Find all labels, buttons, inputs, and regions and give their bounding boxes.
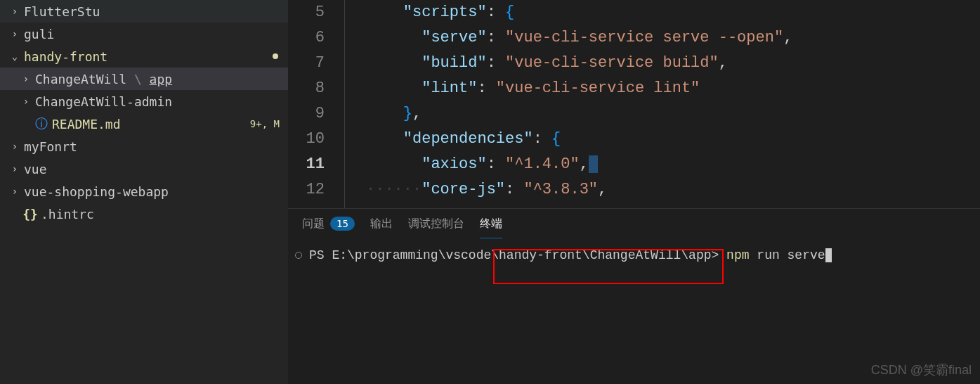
- panel-tab-终端[interactable]: 终端: [480, 209, 502, 238]
- line-number: 5: [288, 0, 325, 25]
- tree-label: ChangeAtWill-admin: [35, 94, 288, 109]
- line-gutter: 56789101112: [288, 0, 344, 208]
- tree-item-changeatwill-admin[interactable]: ›ChangeAtWill-admin: [0, 90, 288, 113]
- tree-item-flutterstu[interactable]: ›FlutterStu: [0, 0, 288, 23]
- terminal-prompt: PS E:\programming\vscode\handy-front\Cha…: [309, 248, 719, 262]
- tab-label: 终端: [480, 217, 502, 231]
- panel-tab-调试控制台[interactable]: 调试控制台: [408, 209, 464, 238]
- tab-label: 输出: [370, 217, 393, 231]
- tab-label: 调试控制台: [408, 217, 464, 231]
- tree-label: ChangeAtWill \ app: [35, 72, 288, 87]
- tree-item-myfonrt[interactable]: ›myFonrt: [0, 135, 288, 158]
- panel-tab-输出[interactable]: 输出: [370, 209, 393, 238]
- tree-item--hintrc[interactable]: {}.hintrc: [0, 203, 288, 225]
- code-line[interactable]: "lint": "vue-cli-service lint": [366, 76, 980, 101]
- terminal-args: run serve: [757, 248, 825, 262]
- dirty-dot-icon: [273, 53, 278, 59]
- chevron-right-icon[interactable]: ›: [8, 163, 21, 174]
- main-area: 56789101112 "scripts": { "serve": "vue-c…: [288, 0, 980, 384]
- line-number: 8: [288, 76, 325, 101]
- info-icon: ⓘ: [35, 117, 48, 130]
- terminal-line[interactable]: PS E:\programming\vscode\handy-front\Cha…: [295, 248, 973, 262]
- chevron-right-icon[interactable]: ›: [8, 6, 21, 17]
- chevron-right-icon[interactable]: ›: [20, 96, 32, 107]
- code-line[interactable]: "axios": "^1.4.0",: [366, 152, 980, 177]
- code-line[interactable]: "scripts": {: [366, 0, 980, 25]
- line-number: 12: [288, 177, 325, 203]
- tree-label: vue-shopping-webapp: [24, 184, 288, 199]
- line-number: 11: [288, 152, 325, 177]
- tab-label: 问题: [302, 217, 325, 231]
- code-line[interactable]: ······"core-js": "^3.8.3",: [366, 177, 980, 203]
- braces-icon: {}: [24, 207, 37, 220]
- circle-icon: [295, 252, 302, 259]
- chevron-right-icon[interactable]: ›: [20, 73, 32, 84]
- panel-tab-问题[interactable]: 问题15: [302, 209, 355, 238]
- bottom-panel: 问题15输出调试控制台终端 PS E:\programming\vscode\h…: [288, 208, 980, 384]
- code-content[interactable]: "scripts": { "serve": "vue-cli-service s…: [344, 0, 980, 208]
- code-line[interactable]: },: [366, 101, 980, 127]
- terminal-command: npm: [726, 248, 749, 262]
- tree-label: vue: [24, 162, 288, 177]
- code-line[interactable]: "dependencies": {: [366, 127, 980, 152]
- watermark: CSDN @笑霸final: [871, 361, 972, 378]
- line-number: 9: [288, 101, 325, 127]
- line-number: 10: [288, 127, 325, 152]
- tree-label: FlutterStu: [24, 4, 288, 19]
- line-number: 7: [288, 51, 325, 76]
- chevron-right-icon[interactable]: ›: [8, 28, 21, 39]
- tree-label: guli: [24, 27, 288, 41]
- file-explorer-sidebar[interactable]: ›FlutterStu›guli⌄handy-front›ChangeAtWil…: [0, 0, 288, 384]
- chevron-down-icon[interactable]: ⌄: [8, 51, 21, 62]
- tree-label: myFonrt: [24, 139, 288, 154]
- modified-badge: 9+, M: [250, 118, 280, 129]
- tree-item-guli[interactable]: ›guli: [0, 23, 288, 45]
- chevron-right-icon[interactable]: ›: [8, 186, 21, 197]
- code-line[interactable]: "serve": "vue-cli-service serve --open",: [366, 25, 980, 51]
- panel-tabs[interactable]: 问题15输出调试控制台终端: [288, 209, 980, 238]
- tree-item-vue[interactable]: ›vue: [0, 158, 288, 180]
- tree-item-changeatwill[interactable]: ›ChangeAtWill \ app: [0, 68, 288, 90]
- tree-label: handy-front: [24, 49, 273, 64]
- tree-item-vue-shopping-webapp[interactable]: ›vue-shopping-webapp: [0, 180, 288, 203]
- code-editor[interactable]: 56789101112 "scripts": { "serve": "vue-c…: [288, 0, 980, 208]
- line-number: 6: [288, 25, 325, 51]
- tree-item-handy-front[interactable]: ⌄handy-front: [0, 45, 288, 68]
- terminal-cursor: [825, 248, 832, 262]
- tree-label: README.md: [52, 117, 250, 132]
- chevron-right-icon[interactable]: ›: [8, 141, 21, 152]
- tree-item-readme-md[interactable]: ⓘREADME.md9+, M: [0, 113, 288, 135]
- code-line[interactable]: "build": "vue-cli-service build",: [366, 51, 980, 76]
- tree-label: .hintrc: [41, 207, 288, 222]
- count-badge: 15: [330, 217, 355, 231]
